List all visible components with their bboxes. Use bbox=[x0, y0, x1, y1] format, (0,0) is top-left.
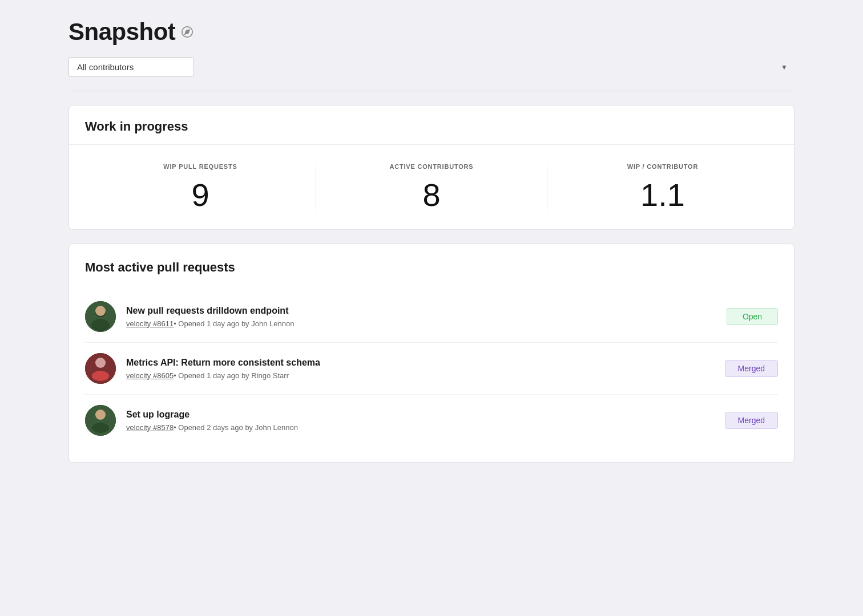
svg-point-6 bbox=[92, 319, 109, 329]
page-header: Snapshot bbox=[68, 18, 795, 46]
active-contributors-label: ACTIVE CONTRIBUTORS bbox=[328, 163, 535, 170]
status-badge: Merged bbox=[725, 360, 778, 377]
pull-requests-card: Most active pull requests JL New pull re… bbox=[68, 244, 795, 463]
pr-status: Open bbox=[727, 308, 778, 325]
pr-status: Merged bbox=[725, 412, 778, 429]
compass-icon[interactable] bbox=[181, 26, 193, 38]
pr-section-title: Most active pull requests bbox=[85, 260, 778, 275]
pr-status: Merged bbox=[725, 360, 778, 377]
pr-title: Metrics API: Return more consistent sche… bbox=[126, 358, 715, 368]
pr-content: Metrics API: Return more consistent sche… bbox=[126, 358, 715, 380]
status-badge: Open bbox=[727, 308, 778, 325]
section-divider bbox=[68, 91, 795, 91]
contributor-select[interactable]: All contributorsJohn LennonRingo Starr bbox=[68, 57, 194, 77]
wip-stats-container: WIP PULL REQUESTS 9 ACTIVE CONTRIBUTORS … bbox=[69, 145, 794, 229]
pr-meta: velocity #8578 • Opened 2 days ago by Jo… bbox=[126, 423, 715, 432]
pr-meta: velocity #8605 • Opened 1 day ago by Rin… bbox=[126, 371, 715, 380]
avatar: RS bbox=[85, 353, 116, 384]
wip-pr-value: 9 bbox=[96, 179, 304, 211]
pr-meta-text: • Opened 1 day ago by Ringo Starr bbox=[174, 371, 289, 380]
contributor-filter: All contributorsJohn LennonRingo Starr ▼ bbox=[68, 57, 795, 77]
pr-title: New pull requests drilldown endpoint bbox=[126, 306, 716, 316]
svg-text:RS: RS bbox=[96, 360, 104, 367]
svg-text:JL: JL bbox=[97, 412, 104, 419]
pr-repo-link[interactable]: velocity #8605 bbox=[126, 371, 174, 380]
wip-per-contributor-label: WIP / CONTRIBUTOR bbox=[559, 163, 767, 170]
wip-per-contributor-value: 1.1 bbox=[559, 179, 767, 211]
pr-list: JL New pull requests drilldown endpoint … bbox=[85, 291, 778, 446]
avatar: JL bbox=[85, 301, 116, 332]
wip-card: Work in progress WIP PULL REQUESTS 9 ACT… bbox=[68, 105, 795, 230]
active-contributors-value: 8 bbox=[328, 179, 535, 211]
page-title: Snapshot bbox=[68, 18, 175, 46]
pr-meta: velocity #8611 • Opened 1 day ago by Joh… bbox=[126, 319, 716, 328]
chevron-down-icon: ▼ bbox=[781, 63, 788, 71]
wip-pull-requests-stat: WIP PULL REQUESTS 9 bbox=[85, 163, 316, 211]
pr-meta-text: • Opened 1 day ago by John Lennon bbox=[174, 319, 294, 328]
pr-content: New pull requests drilldown endpoint vel… bbox=[126, 306, 716, 328]
svg-text:JL: JL bbox=[97, 309, 104, 315]
wip-card-header: Work in progress bbox=[69, 106, 794, 145]
table-row: RS Metrics API: Return more consistent s… bbox=[85, 343, 778, 395]
wip-section-title: Work in progress bbox=[85, 119, 778, 134]
table-row: JL Set up lograge velocity #8578 • Opene… bbox=[85, 395, 778, 446]
wip-per-contributor-stat: WIP / CONTRIBUTOR 1.1 bbox=[547, 163, 778, 211]
avatar: JL bbox=[85, 405, 116, 436]
svg-marker-1 bbox=[185, 30, 189, 34]
svg-point-14 bbox=[92, 423, 109, 433]
table-row: JL New pull requests drilldown endpoint … bbox=[85, 291, 778, 343]
pr-repo-link[interactable]: velocity #8611 bbox=[126, 319, 174, 328]
pr-meta-text: • Opened 2 days ago by John Lennon bbox=[174, 423, 298, 432]
wip-pr-label: WIP PULL REQUESTS bbox=[96, 163, 304, 170]
pr-content: Set up lograge velocity #8578 • Opened 2… bbox=[126, 410, 715, 432]
active-contributors-stat: ACTIVE CONTRIBUTORS 8 bbox=[316, 163, 547, 211]
svg-point-10 bbox=[92, 371, 109, 381]
pr-title: Set up lograge bbox=[126, 410, 715, 420]
status-badge: Merged bbox=[725, 412, 778, 429]
pr-repo-link[interactable]: velocity #8578 bbox=[126, 423, 174, 432]
